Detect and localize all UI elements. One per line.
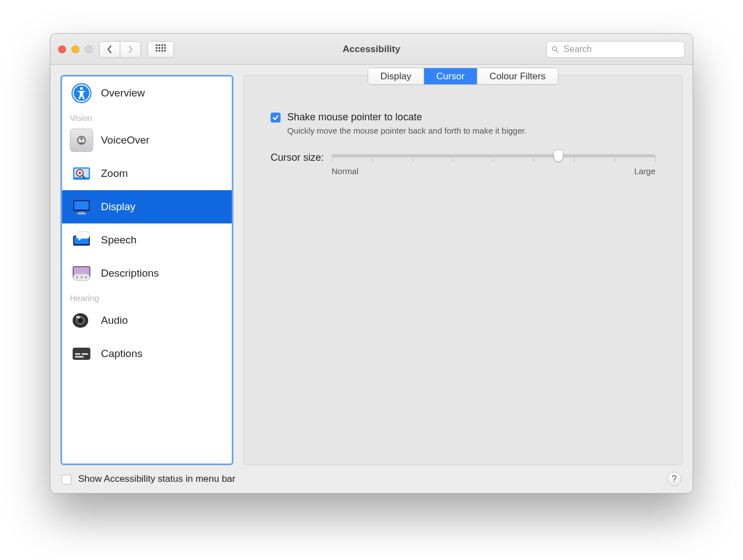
cursor-size-row: Cursor size: Normal Large — [271, 152, 655, 176]
settings-panel: Display Cursor Colour Filters Shake mous… — [243, 75, 683, 465]
svg-point-27 — [76, 316, 80, 319]
svg-rect-31 — [75, 356, 84, 358]
help-button[interactable]: ? — [667, 472, 681, 486]
display-icon — [70, 195, 93, 218]
back-button[interactable] — [100, 42, 120, 57]
grid-icon — [156, 44, 166, 54]
audio-icon — [70, 309, 93, 332]
sidebar-label-zoom: Zoom — [101, 167, 128, 180]
sidebar-item-display[interactable]: Display — [62, 190, 232, 223]
tab-colour-filters[interactable]: Colour Filters — [477, 68, 558, 84]
svg-line-1 — [556, 50, 558, 52]
sidebar-item-captions[interactable]: Captions — [62, 337, 232, 370]
svg-rect-30 — [82, 353, 88, 355]
slider-ticks — [332, 157, 655, 162]
zoom-window-button[interactable] — [85, 45, 93, 53]
svg-point-4 — [80, 87, 83, 90]
sidebar-item-voiceover[interactable]: VoiceOver — [62, 124, 232, 157]
shake-pointer-checkbox[interactable] — [271, 113, 281, 123]
svg-rect-14 — [79, 212, 84, 213]
slider-min-label: Normal — [332, 166, 358, 176]
descriptions-icon — [70, 262, 93, 285]
search-input[interactable] — [563, 44, 680, 55]
cursor-size-label: Cursor size: — [271, 152, 324, 164]
minimize-window-button[interactable] — [72, 45, 79, 53]
nav-back-forward — [99, 41, 141, 58]
svg-point-6 — [80, 138, 83, 140]
tab-display[interactable]: Display — [368, 68, 424, 84]
shake-pointer-description: Quickly move the mouse pointer back and … — [287, 125, 527, 136]
svg-rect-15 — [77, 213, 86, 215]
shake-pointer-row: Shake mouse pointer to locate Quickly mo… — [271, 111, 655, 136]
sidebar-item-audio[interactable]: Audio — [62, 304, 232, 337]
sidebar-label-captions: Captions — [101, 348, 143, 360]
sidebar-item-speech[interactable]: Speech — [62, 223, 232, 257]
menu-bar-status-checkbox[interactable] — [62, 475, 72, 485]
zoom-icon — [70, 162, 93, 185]
svg-point-23 — [85, 276, 87, 278]
sidebar-label-voiceover: VoiceOver — [101, 134, 150, 146]
tab-cursor[interactable]: Cursor — [424, 68, 477, 84]
svg-rect-13 — [74, 201, 89, 210]
sidebar-label-overview: Overview — [101, 87, 145, 99]
menu-bar-status-label: Show Accessibility status in menu bar — [78, 474, 235, 485]
close-window-button[interactable] — [58, 45, 66, 53]
footer: Show Accessibility status in menu bar ? — [50, 465, 693, 493]
speech-icon — [70, 228, 93, 252]
sidebar-item-descriptions[interactable]: Descriptions — [62, 257, 232, 290]
sidebar-label-descriptions: Descriptions — [101, 267, 159, 279]
sidebar-label-audio: Audio — [101, 314, 128, 327]
search-icon — [551, 45, 559, 54]
sidebar-label-speech: Speech — [101, 234, 136, 246]
titlebar: Accessibility — [50, 34, 693, 65]
sidebar-section-hearing: Hearing — [62, 290, 232, 304]
show-all-button[interactable] — [147, 41, 174, 58]
sidebar-section-vision: Vision — [62, 110, 232, 124]
captions-icon — [70, 342, 93, 365]
svg-point-10 — [79, 172, 82, 175]
svg-rect-29 — [75, 353, 80, 355]
sidebar-label-display: Display — [101, 201, 135, 213]
sidebar-item-zoom[interactable]: Zoom — [62, 157, 232, 190]
window-controls — [58, 45, 93, 53]
sidebar: Overview Vision VoiceOver — [60, 75, 233, 465]
forward-button[interactable] — [120, 42, 140, 57]
search-field[interactable] — [546, 41, 685, 58]
sidebar-item-overview[interactable]: Overview — [62, 77, 232, 110]
cursor-size-slider[interactable] — [332, 154, 655, 157]
accessibility-icon — [70, 82, 93, 105]
svg-point-0 — [552, 47, 556, 50]
voiceover-icon — [70, 129, 93, 152]
preferences-window: Accessibility — [50, 33, 693, 493]
svg-point-22 — [80, 276, 83, 278]
slider-max-label: Large — [634, 166, 655, 176]
shake-pointer-label: Shake mouse pointer to locate — [287, 111, 527, 123]
svg-point-21 — [76, 276, 78, 278]
tab-bar: Display Cursor Colour Filters — [368, 68, 558, 85]
svg-point-26 — [78, 318, 83, 323]
content-area: Display Cursor Colour Filters Shake mous… — [243, 75, 683, 465]
